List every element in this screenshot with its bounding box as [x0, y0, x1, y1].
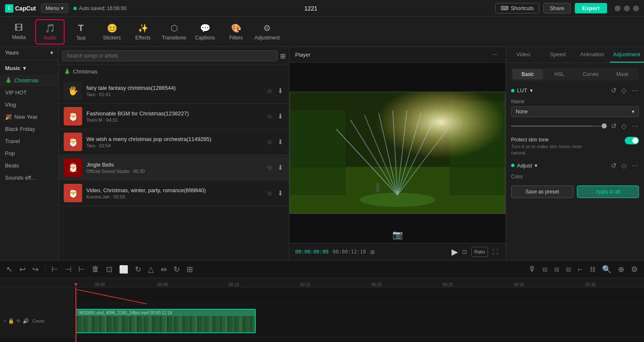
close-button[interactable] — [633, 5, 639, 11]
fullscreen-icon[interactable]: ⛶ — [491, 247, 500, 257]
sidebar-item-travel[interactable]: Travel — [0, 135, 58, 147]
flip-button[interactable]: ⇔ — [158, 264, 169, 275]
track-5-favorite-button[interactable]: ☆ — [266, 188, 273, 198]
sidebar-item-new-year[interactable]: 🎉 New Year — [0, 111, 58, 123]
sidebar-item-christmas[interactable]: 🎄 Christmas — [0, 74, 58, 86]
sub-tab-basic[interactable]: Basic — [512, 69, 543, 79]
microphone-button[interactable]: 🎙 — [526, 264, 538, 275]
tool-filters[interactable]: 🎨 Filters — [221, 19, 251, 44]
audio-track-1[interactable]: 🖐 fairy tale fantasy christmas(1286544) … — [59, 78, 289, 104]
tab-video[interactable]: Video — [506, 47, 540, 63]
split-right-button[interactable]: ⊢ — [76, 264, 87, 275]
track-5-download-button[interactable]: ⬇ — [277, 188, 284, 198]
audio-track-5[interactable]: 🎅 Video, Christmas, winter, party, roman… — [59, 180, 289, 206]
audio-track-4[interactable]: 🎅 Jingle Bells Official Sound Studio · 0… — [59, 155, 289, 180]
link-button[interactable]: ⛓ — [587, 265, 597, 274]
adjust-more-button[interactable]: ⋯ — [631, 161, 639, 170]
transform-button[interactable]: ⊞ — [184, 264, 195, 275]
search-input[interactable] — [62, 50, 278, 61]
lut-name-select[interactable]: None ▾ — [511, 106, 639, 117]
tool-media[interactable]: 🎞 Media — [4, 19, 34, 44]
delete-button[interactable]: 🗑 — [90, 264, 101, 275]
loop-button[interactable]: ↻ — [133, 264, 143, 275]
play-button[interactable]: ▶ — [452, 247, 458, 257]
minimize-button[interactable] — [615, 5, 621, 11]
zoom-out-button[interactable]: 🔍 — [600, 264, 613, 275]
tool-effects[interactable]: ✨ Effects — [128, 19, 158, 44]
sidebar-item-vip-hot[interactable]: VIP HOT — [0, 86, 58, 99]
undo-button[interactable]: ↩ — [17, 264, 28, 275]
track-2-favorite-button[interactable]: ☆ — [266, 112, 273, 121]
player-menu-icon[interactable]: ⋯ — [491, 50, 500, 59]
slider-reset-button[interactable]: ↺ — [610, 121, 617, 131]
protect-skin-toggle[interactable] — [625, 137, 639, 144]
shortcuts-button[interactable]: ⌨ Shortcuts — [495, 3, 539, 13]
tool-audio[interactable]: 🎵 Audio — [35, 19, 65, 44]
tab-adjustment[interactable]: Adjustment — [610, 47, 644, 63]
export-button[interactable]: Export — [575, 3, 607, 13]
crop-icon[interactable]: ⊡ — [460, 247, 469, 257]
rotate-button[interactable]: ↻ — [171, 264, 182, 275]
track-type-3-button[interactable]: ⊟ — [564, 265, 573, 274]
crop-button[interactable]: ⊡ — [104, 264, 114, 275]
video-clip[interactable]: 9632691-uhd_4096_2160_24fps.mp4 00:00:12… — [75, 309, 256, 333]
duplicate-button[interactable]: ⬜ — [117, 264, 130, 275]
tool-text[interactable]: T Text — [66, 19, 96, 44]
tool-transitions[interactable]: ⬡ Transitions — [159, 19, 189, 44]
ruler-mark-15: 00:15 — [270, 282, 342, 287]
ratio-button[interactable]: Ratio — [471, 247, 488, 257]
lut-keyframe-button[interactable]: ◇ — [621, 86, 627, 95]
sidebar-item-beats[interactable]: Beats — [0, 159, 58, 172]
sidebar-item-vlog[interactable]: Vlog — [0, 99, 58, 111]
track-2-download-button[interactable]: ⬇ — [277, 112, 284, 121]
track-1-favorite-button[interactable]: ☆ — [266, 86, 273, 96]
tab-animation[interactable]: Animation — [575, 47, 610, 63]
tool-stickers[interactable]: 😊 Stickers — [97, 19, 127, 44]
track-3-favorite-button[interactable]: ☆ — [266, 137, 273, 147]
audio-track-2[interactable]: 🎅 Fashionable BGM for Christmas(1238227)… — [59, 104, 289, 129]
sub-tab-hsl[interactable]: HSL — [544, 69, 574, 79]
track-1-download-button[interactable]: ⬇ — [277, 86, 284, 96]
redo-button[interactable]: ↪ — [30, 264, 41, 275]
track-eye-button[interactable]: 👁 — [16, 318, 21, 324]
sidebar-item-black-friday[interactable]: Black Friday — [0, 123, 58, 135]
lut-expand-button[interactable]: ⋯ — [631, 86, 639, 95]
grid-icon[interactable]: ⊞ — [370, 249, 375, 255]
filter-icon[interactable]: ⊞ — [280, 52, 286, 60]
menu-button[interactable]: Menu ▾ — [41, 3, 69, 13]
tool-captions[interactable]: 💬 Captions — [190, 19, 220, 44]
sidebar-item-sounds-effects[interactable]: Sounds eff... — [0, 172, 58, 184]
settings-button[interactable]: ⚙ — [629, 264, 640, 275]
sub-tab-mask[interactable]: Mask — [607, 69, 638, 79]
zoom-in-button[interactable]: ⊕ — [616, 264, 626, 275]
sub-tab-curves[interactable]: Curves — [576, 69, 606, 79]
split-clip-button[interactable]: ⊢ — [576, 265, 585, 274]
track-type-2-button[interactable]: ⊟ — [552, 265, 561, 274]
track-3-download-button[interactable]: ⬇ — [277, 137, 284, 147]
tool-adjustment[interactable]: ⚙ Adjustment — [252, 19, 282, 44]
track-lock-button[interactable]: 🔒 — [8, 318, 14, 324]
split-left-button[interactable]: ⊣ — [63, 264, 74, 275]
apply-all-button[interactable]: Apply to all — [577, 185, 639, 198]
slider-more-button[interactable]: ⋯ — [631, 121, 639, 131]
adjust-keyframe-button[interactable]: ◇ — [621, 161, 627, 170]
lut-reset-button[interactable]: ↺ — [610, 86, 617, 95]
share-button[interactable]: Share — [543, 3, 571, 13]
track-add-button[interactable]: + — [3, 318, 6, 324]
track-type-1-button[interactable]: ⊟ — [540, 265, 550, 274]
track-audio-button[interactable]: 🔊 — [23, 318, 29, 324]
select-tool-button[interactable]: ↖ — [4, 264, 15, 275]
adjust-reset-button[interactable]: ↺ — [610, 161, 617, 170]
lut-intensity-slider[interactable]: ↺ ◇ ⋯ — [511, 121, 639, 131]
category-dropdown[interactable]: Yours ▾ — [0, 47, 58, 58]
audio-track-3[interactable]: 🎅 We wish a merry christmas pop orchestr… — [59, 129, 289, 155]
tab-speed[interactable]: Speed — [540, 47, 575, 63]
slider-keyframe-button[interactable]: ◇ — [621, 121, 627, 131]
split-button[interactable]: ⊢ — [49, 264, 60, 275]
track-4-favorite-button[interactable]: ☆ — [266, 163, 273, 172]
track-4-download-button[interactable]: ⬇ — [277, 163, 284, 172]
sidebar-item-pop[interactable]: Pop — [0, 147, 58, 159]
speed-button[interactable]: △ — [146, 264, 156, 275]
maximize-button[interactable] — [624, 5, 630, 11]
save-preset-button[interactable]: Save as preset — [511, 185, 574, 198]
